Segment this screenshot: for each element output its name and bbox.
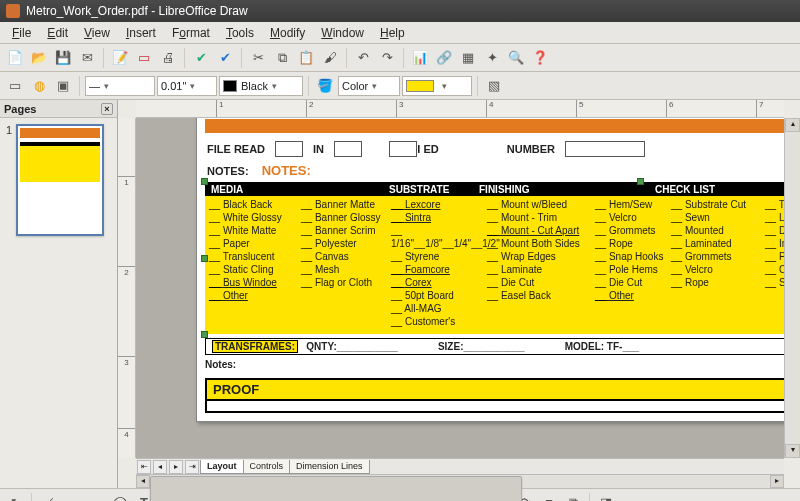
shadow-button[interactable]: ▣ [52,75,74,97]
menu-tools[interactable]: Tools [218,24,262,42]
ruler-vertical[interactable]: 1 2 3 4 [118,118,136,458]
list-item: Sintra [391,211,483,224]
list-item: Pole Hems [595,263,667,276]
menu-modify[interactable]: Modify [262,24,313,42]
area-button[interactable]: ◍ [28,75,50,97]
autospell-button[interactable]: ✔ [214,47,236,69]
effects-button[interactable]: ▧ [483,75,505,97]
menu-edit[interactable]: Edit [39,24,76,42]
cut-button[interactable]: ✂ [247,47,269,69]
save-button[interactable]: 💾 [52,47,74,69]
layer-tabs: ⇤ ◂ ▸ ⇥ Layout Controls Dimension Lines [136,458,784,474]
list-item: Paper [209,237,297,250]
arrange-button[interactable]: ▭ [4,75,26,97]
document-page[interactable]: FILE READ IN PRI ED NUMBER NOTES: NOTES: [196,118,784,422]
copy-button[interactable]: ⧉ [271,47,293,69]
tab-dimension[interactable]: Dimension Lines [289,460,370,474]
menu-insert[interactable]: Insert [118,24,164,42]
ruler-horizontal[interactable]: 1 2 3 4 5 6 7 [136,100,784,118]
selection-handle[interactable] [637,178,644,185]
list-item: Mount Both Sides [487,237,591,250]
list-item: Banner Matte [301,198,387,211]
help-button[interactable]: ❓ [529,47,551,69]
new-button[interactable]: 📄 [4,47,26,69]
menu-view[interactable]: View [76,24,118,42]
tab-controls[interactable]: Controls [243,460,291,474]
line-color-select[interactable]: Black▾ [219,76,303,96]
redo-button[interactable]: ↷ [376,47,398,69]
list-item: Inven [765,237,784,250]
menu-window[interactable]: Window [313,24,372,42]
line-width-select[interactable]: 0.01"▾ [157,76,217,96]
rect-tool[interactable]: ▭ [85,492,107,502]
chart-button[interactable]: 📊 [409,47,431,69]
tab-nav-first[interactable]: ⇤ [137,460,151,474]
scroll-left-button[interactable]: ◂ [136,475,150,488]
export-pdf-button[interactable]: ▭ [133,47,155,69]
align-tool[interactable]: ≡ [538,492,560,502]
list-item: Delive [765,224,784,237]
hscroll-thumb[interactable] [150,476,522,501]
select-tool[interactable]: ⬉ [4,492,26,502]
email-button[interactable]: ✉ [76,47,98,69]
zoom-button[interactable]: 🔍 [505,47,527,69]
list-item: Styrene [391,250,483,263]
horizontal-scrollbar[interactable]: ◂ ▸ [136,474,784,488]
pages-panel-header: Pages × [0,100,117,118]
list-item: Velcro [671,263,761,276]
ellipse-tool[interactable]: ◯ [109,492,131,502]
tab-nav-prev[interactable]: ◂ [153,460,167,474]
fill-button[interactable]: 🪣 [314,75,336,97]
list-item: Mount - Cut Apart [487,224,591,237]
vertical-scrollbar[interactable]: ▴ ▾ [784,118,800,458]
list-item: Static Cling [209,263,297,276]
spellcheck-button[interactable]: ✔ [190,47,212,69]
navigator-button[interactable]: ✦ [481,47,503,69]
list-item: Polyester [301,237,387,250]
scroll-right-button[interactable]: ▸ [770,475,784,488]
selection-handle[interactable] [201,331,208,338]
scroll-down-button[interactable]: ▾ [785,444,800,458]
table-button[interactable]: ▦ [457,47,479,69]
list-item: Easel Back [487,289,591,302]
hyperlink-button[interactable]: 🔗 [433,47,455,69]
tab-nav-next[interactable]: ▸ [169,460,183,474]
arrow-tool[interactable]: → [61,492,83,502]
selection-handle[interactable] [201,178,208,185]
list-item: Bus Windoe [209,276,297,289]
yellow-section[interactable]: MEDIA SUBSTRATE FINISHING CHECK LIST Bla… [205,182,784,334]
list-item: Mount w/Bleed [487,198,591,211]
list-item: Canvas [301,250,387,263]
menu-file[interactable]: FFileile [4,24,39,42]
list-item: Sewn [671,211,761,224]
format-paint-button[interactable]: 🖌 [319,47,341,69]
line-tool[interactable]: ／ [37,492,59,502]
list-item: Grommets [595,224,667,237]
scroll-up-button[interactable]: ▴ [785,118,800,132]
page-thumbnail[interactable] [16,124,104,236]
list-item: Banner Scrim [301,224,387,237]
file-read-row: FILE READ IN PRI ED NUMBER [197,137,784,161]
list-item: Die Cut [487,276,591,289]
list-item: Customer's [391,315,483,328]
tab-layout[interactable]: Layout [200,460,244,474]
line-style-select[interactable]: — ▾ [85,76,155,96]
menu-format[interactable]: Format [164,24,218,42]
fill-mode-select[interactable]: Color▾ [338,76,400,96]
menu-help[interactable]: Help [372,24,413,42]
arrange2-tool[interactable]: ⧉ [562,492,584,502]
tab-nav-last[interactable]: ⇥ [185,460,199,474]
orange-bar [205,119,784,133]
notes2-row: Notes: [205,359,784,370]
extrusion-tool[interactable]: ◨ [595,492,617,502]
pages-panel-close-button[interactable]: × [101,103,113,115]
print-button[interactable]: 🖨 [157,47,179,69]
undo-button[interactable]: ↶ [352,47,374,69]
drawing-canvas[interactable]: FILE READ IN PRI ED NUMBER NOTES: NOTES: [136,118,784,458]
pages-panel-body[interactable]: 1 [0,118,117,488]
open-button[interactable]: 📂 [28,47,50,69]
fill-color-select[interactable]: ▾ [402,76,472,96]
selection-handle[interactable] [201,255,208,262]
paste-button[interactable]: 📋 [295,47,317,69]
edit-file-button[interactable]: 📝 [109,47,131,69]
